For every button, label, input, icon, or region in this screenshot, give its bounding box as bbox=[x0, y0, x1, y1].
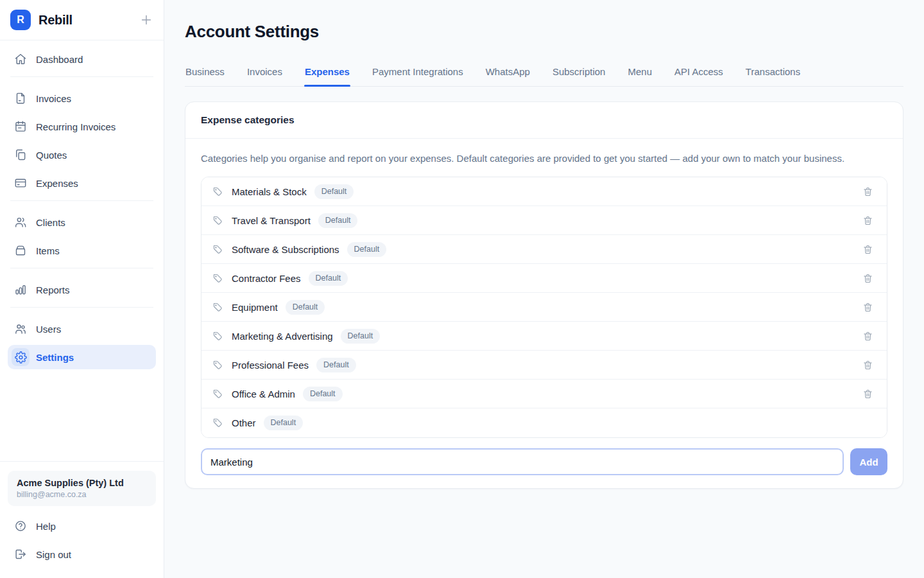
sidebar-divider bbox=[10, 307, 153, 308]
expense-categories-card: Expense categories Categories help you o… bbox=[185, 101, 903, 489]
users-icon bbox=[12, 320, 30, 338]
sidebar-item-dashboard[interactable]: Dashboard bbox=[8, 47, 156, 71]
sidebar: R Rebill Dashboard Invoices Recurring In… bbox=[0, 0, 164, 578]
tab-expenses[interactable]: Expenses bbox=[304, 66, 350, 86]
brand-logo: R bbox=[10, 10, 31, 30]
tab-whatsapp[interactable]: WhatsApp bbox=[485, 66, 531, 86]
sidebar-item-clients[interactable]: Clients bbox=[8, 210, 156, 234]
default-badge: Default bbox=[314, 184, 354, 199]
tab-api-access[interactable]: API Access bbox=[674, 66, 724, 86]
delete-category-button[interactable] bbox=[860, 270, 876, 286]
gear-icon bbox=[12, 348, 30, 366]
account-email: billing@acme.co.za bbox=[17, 490, 147, 499]
sidebar-item-label: Reports bbox=[36, 285, 70, 295]
tab-business[interactable]: Business bbox=[185, 66, 225, 86]
delete-category-button[interactable] bbox=[860, 184, 876, 200]
default-badge: Default bbox=[341, 329, 381, 344]
sidebar-item-label: Settings bbox=[36, 352, 74, 363]
sidebar-item-label: Sign out bbox=[36, 549, 71, 560]
tag-icon bbox=[212, 215, 223, 226]
delete-category-button[interactable] bbox=[860, 328, 876, 344]
tab-payment-integrations[interactable]: Payment Integrations bbox=[372, 66, 464, 86]
sidebar-item-label: Invoices bbox=[36, 93, 71, 104]
sidebar-item-reports[interactable]: Reports bbox=[8, 277, 156, 302]
credit-card-icon bbox=[12, 174, 30, 192]
default-badge: Default bbox=[347, 242, 387, 257]
default-badge: Default bbox=[303, 387, 343, 401]
sidebar-item-expenses[interactable]: Expenses bbox=[8, 171, 156, 195]
category-name: Equipment bbox=[232, 302, 278, 313]
category-name: Contractor Fees bbox=[232, 273, 301, 284]
category-name: Other bbox=[232, 417, 256, 428]
delete-category-button[interactable] bbox=[860, 357, 876, 373]
box-icon bbox=[12, 241, 30, 259]
category-name: Travel & Transport bbox=[232, 215, 311, 226]
users-group-icon bbox=[12, 213, 30, 231]
default-badge: Default bbox=[309, 271, 348, 286]
sidebar-item-recurring-invoices[interactable]: Recurring Invoices bbox=[8, 114, 156, 139]
category-name: Marketing & Advertising bbox=[232, 331, 333, 342]
sidebar-item-label: Expenses bbox=[36, 178, 78, 189]
tab-subscription[interactable]: Subscription bbox=[552, 66, 606, 86]
tag-icon bbox=[212, 273, 223, 284]
sign-out-icon bbox=[12, 545, 30, 563]
account-card[interactable]: Acme Supplies (Pty) Ltd billing@acme.co.… bbox=[8, 471, 156, 506]
sidebar-item-label: Help bbox=[36, 521, 56, 532]
tag-icon bbox=[212, 360, 223, 371]
plus-icon[interactable] bbox=[139, 13, 153, 27]
delete-category-button[interactable] bbox=[860, 213, 876, 229]
sidebar-divider bbox=[10, 200, 153, 201]
category-name: Professional Fees bbox=[232, 360, 309, 371]
sidebar-item-settings[interactable]: Settings bbox=[8, 345, 156, 369]
tab-menu[interactable]: Menu bbox=[627, 66, 653, 86]
sidebar-item-label: Recurring Invoices bbox=[36, 121, 116, 132]
tag-icon bbox=[212, 244, 223, 255]
sidebar-item-sign-out[interactable]: Sign out bbox=[8, 542, 156, 566]
home-icon bbox=[12, 50, 30, 68]
default-badge: Default bbox=[286, 300, 325, 315]
new-category-input[interactable] bbox=[201, 448, 844, 475]
main-content: Account Settings Business Invoices Expen… bbox=[164, 0, 924, 489]
add-category-form: Add bbox=[201, 448, 887, 475]
category-row: Marketing & Advertising Default bbox=[201, 322, 887, 351]
sidebar-item-help[interactable]: Help bbox=[8, 514, 156, 538]
tab-invoices[interactable]: Invoices bbox=[246, 66, 283, 86]
bar-chart-icon bbox=[12, 281, 30, 299]
brand-name: Rebill bbox=[38, 13, 73, 28]
sidebar-item-items[interactable]: Items bbox=[8, 238, 156, 263]
tag-icon bbox=[212, 389, 223, 399]
category-list: Materials & Stock Default Travel & Trans… bbox=[201, 177, 887, 438]
copy-icon bbox=[12, 146, 30, 164]
sidebar-item-quotes[interactable]: Quotes bbox=[8, 143, 156, 167]
default-badge: Default bbox=[318, 213, 358, 228]
add-category-button[interactable]: Add bbox=[850, 448, 887, 475]
sidebar-item-invoices[interactable]: Invoices bbox=[8, 86, 156, 110]
category-row: Materials & Stock Default bbox=[201, 177, 887, 206]
delete-category-button[interactable] bbox=[860, 241, 876, 258]
account-name: Acme Supplies (Pty) Ltd bbox=[17, 478, 147, 488]
delete-category-button[interactable] bbox=[860, 386, 876, 402]
card-title: Expense categories bbox=[185, 102, 903, 139]
delete-category-button[interactable] bbox=[860, 299, 876, 315]
tag-icon bbox=[212, 331, 223, 342]
tab-transactions[interactable]: Transactions bbox=[745, 66, 801, 86]
category-row: Travel & Transport Default bbox=[201, 206, 887, 235]
category-name: Office & Admin bbox=[232, 389, 295, 399]
category-row: Office & Admin Default bbox=[201, 380, 887, 408]
sidebar-divider bbox=[10, 268, 153, 268]
category-row: Software & Subscriptions Default bbox=[201, 235, 887, 264]
sidebar-nav: Dashboard Invoices Recurring Invoices Qu… bbox=[0, 40, 164, 373]
settings-tabs: Business Invoices Expenses Payment Integ… bbox=[185, 66, 903, 87]
sidebar-item-users[interactable]: Users bbox=[8, 317, 156, 341]
default-badge: Default bbox=[316, 358, 356, 372]
document-icon bbox=[12, 89, 30, 107]
brand-row: R Rebill bbox=[0, 0, 164, 40]
sidebar-item-label: Users bbox=[36, 324, 61, 335]
category-name: Materials & Stock bbox=[232, 186, 307, 197]
sidebar-footer: Acme Supplies (Pty) Ltd billing@acme.co.… bbox=[0, 461, 164, 578]
sidebar-item-label: Dashboard bbox=[36, 54, 83, 65]
tag-icon bbox=[212, 186, 223, 197]
sidebar-spacer bbox=[0, 373, 164, 461]
sidebar-divider bbox=[10, 76, 153, 77]
tag-icon bbox=[212, 417, 223, 428]
